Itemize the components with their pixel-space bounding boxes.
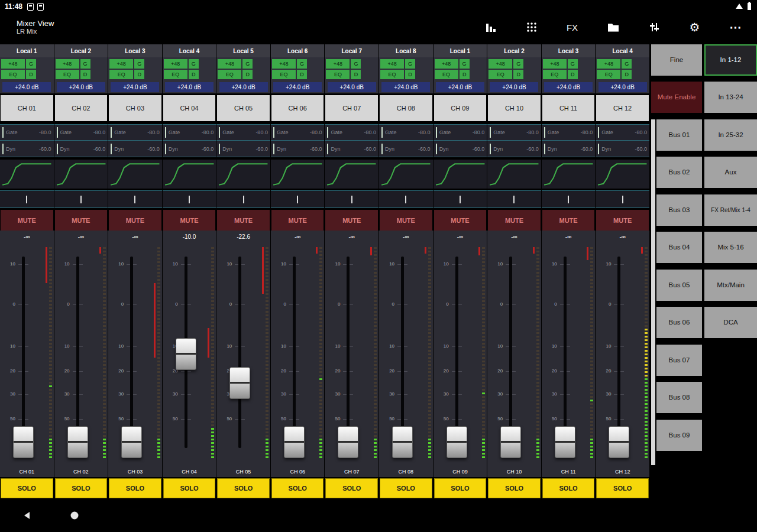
gate-threshold[interactable]: Gate-80.0 [216, 124, 270, 141]
settings-icon[interactable]: ⚙ [674, 13, 715, 41]
mute-button[interactable]: MUTE [488, 210, 541, 231]
gate-threshold[interactable]: Gate-80.0 [108, 124, 162, 141]
layer-button-fx-ret-mix-1-4[interactable]: FX Ret/Mix 1-4 [704, 194, 757, 226]
dyn-threshold[interactable]: Dyn-60.0 [54, 141, 108, 157]
solo-button[interactable]: SOLO [434, 478, 487, 498]
channel-source-label[interactable]: Local 2 [54, 44, 108, 57]
eq-curve[interactable] [0, 160, 54, 189]
pan-control[interactable] [434, 190, 487, 208]
gate-threshold[interactable]: Gate-80.0 [325, 124, 378, 141]
dialpad-icon[interactable] [511, 13, 552, 41]
dyn-threshold[interactable]: Dyn-60.0 [379, 141, 433, 157]
eq-curve[interactable] [379, 160, 433, 189]
mute-button[interactable]: MUTE [434, 210, 487, 231]
pan-control[interactable] [542, 190, 596, 208]
overflow-menu-icon[interactable]: ⋯ [715, 13, 756, 41]
channel-name-button[interactable]: CH 09 [434, 95, 487, 121]
gate-threshold[interactable]: Gate-80.0 [434, 124, 487, 141]
channel-name-button[interactable]: CH 07 [325, 95, 378, 121]
channel-source-label[interactable]: Local 7 [325, 44, 378, 57]
gate-threshold[interactable]: Gate-80.0 [487, 124, 541, 141]
fader-handle[interactable] [229, 367, 250, 399]
gain-value[interactable]: +24.0 dB [273, 82, 322, 92]
home-button[interactable] [70, 511, 79, 523]
channel-source-label[interactable]: Local 2 [487, 44, 541, 57]
channel-source-label[interactable]: Local 4 [596, 44, 649, 57]
gain-value[interactable]: +24.0 dB [165, 82, 213, 92]
dyn-threshold[interactable]: Dyn-60.0 [163, 141, 216, 157]
fader-handle[interactable] [176, 338, 196, 370]
gain-value[interactable]: +24.0 dB [2, 82, 51, 92]
channel-name-button[interactable]: CH 05 [217, 95, 270, 121]
back-button[interactable] [22, 511, 32, 523]
dyn-threshold[interactable]: Dyn-60.0 [325, 141, 378, 157]
fader-handle[interactable] [284, 426, 305, 458]
channel-name-button[interactable]: CH 06 [271, 95, 324, 121]
gate-threshold[interactable]: Gate-80.0 [379, 124, 433, 141]
gain-value[interactable]: +24.0 dB [490, 82, 538, 92]
solo-button[interactable]: SOLO [217, 478, 270, 498]
dyn-threshold[interactable]: Dyn-60.0 [434, 141, 487, 157]
gain-value[interactable]: +24.0 dB [381, 82, 430, 92]
gate-threshold[interactable]: Gate-80.0 [596, 124, 649, 141]
gain-value[interactable]: +24.0 dB [436, 82, 484, 92]
solo-button[interactable]: SOLO [271, 478, 324, 498]
fader-handle[interactable] [13, 426, 34, 458]
channel-source-label[interactable]: Local 8 [379, 44, 433, 57]
channel-name-button[interactable]: CH 02 [55, 95, 108, 121]
eq-curve[interactable] [487, 160, 541, 189]
channel-name-button[interactable]: CH 01 [1, 95, 53, 121]
channel-name-button[interactable]: CH 10 [488, 95, 541, 121]
eq-curve[interactable] [596, 160, 649, 189]
layer-button-bus-03[interactable]: Bus 03 [656, 194, 702, 226]
solo-button[interactable]: SOLO [380, 478, 432, 498]
fader-handle[interactable] [338, 426, 358, 458]
mute-button[interactable]: MUTE [163, 210, 216, 231]
mute-button[interactable]: MUTE [596, 210, 649, 231]
gate-threshold[interactable]: Gate-80.0 [271, 124, 325, 141]
folder-icon[interactable] [593, 13, 633, 41]
fader-handle[interactable] [609, 426, 629, 458]
mute-button[interactable]: MUTE [109, 210, 161, 231]
dyn-threshold[interactable]: Dyn-60.0 [108, 141, 162, 157]
channel-name-button[interactable]: CH 04 [163, 95, 216, 121]
gate-threshold[interactable]: Gate-80.0 [163, 124, 216, 141]
layer-button-in-13-24[interactable]: In 13-24 [704, 82, 757, 113]
gain-value[interactable]: +24.0 dB [219, 82, 268, 92]
gain-value[interactable]: +24.0 dB [599, 82, 647, 92]
fader-handle[interactable] [392, 426, 413, 458]
channel-source-label[interactable]: Local 4 [163, 44, 216, 57]
pan-control[interactable] [271, 190, 325, 208]
layer-button-dca[interactable]: DCA [704, 307, 757, 338]
eq-curve[interactable] [54, 160, 108, 189]
layer-button-bus-09[interactable]: Bus 09 [656, 420, 702, 451]
channel-source-label[interactable]: Local 1 [434, 44, 487, 57]
fader-handle[interactable] [447, 426, 467, 458]
solo-button[interactable]: SOLO [109, 478, 161, 498]
channel-source-label[interactable]: Local 1 [0, 44, 54, 57]
channel-source-label[interactable]: Local 3 [542, 44, 596, 57]
eq-curve[interactable] [434, 160, 487, 189]
layer-button-aux[interactable]: Aux [704, 157, 757, 188]
layer-button-bus-02[interactable]: Bus 02 [656, 157, 702, 188]
channel-source-label[interactable]: Local 5 [216, 44, 270, 57]
eq-curve[interactable] [271, 160, 325, 189]
solo-button[interactable]: SOLO [325, 478, 378, 498]
gate-threshold[interactable]: Gate-80.0 [542, 124, 596, 141]
pan-control[interactable] [0, 190, 54, 208]
fader-handle[interactable] [67, 426, 88, 458]
eq-curve[interactable] [108, 160, 162, 189]
solo-button[interactable]: SOLO [1, 478, 53, 498]
mute-button[interactable]: MUTE [325, 210, 378, 231]
layer-scrollbar[interactable] [651, 119, 655, 465]
eq-curve[interactable] [542, 160, 596, 189]
solo-button[interactable]: SOLO [55, 478, 108, 498]
channel-source-label[interactable]: Local 6 [271, 44, 325, 57]
pan-control[interactable] [487, 190, 541, 208]
layer-button-mute-enable[interactable]: Mute Enable [651, 82, 702, 113]
layer-button-in-25-32[interactable]: In 25-32 [704, 119, 757, 151]
pan-control[interactable] [379, 190, 433, 208]
fx-button[interactable]: FX [552, 13, 593, 41]
dyn-threshold[interactable]: Dyn-60.0 [487, 141, 541, 157]
eq-curve[interactable] [216, 160, 270, 189]
